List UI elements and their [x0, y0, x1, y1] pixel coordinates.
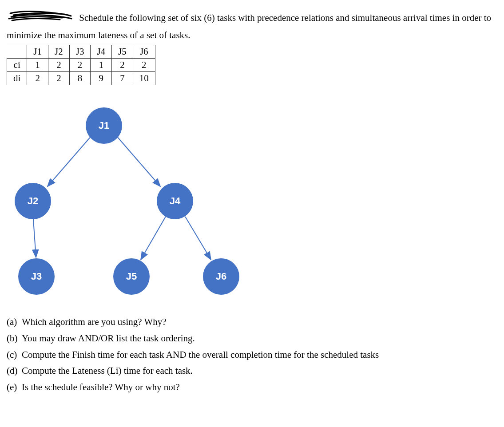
- node-j5: J5: [113, 258, 150, 295]
- cell: 7: [112, 72, 133, 85]
- question-text: Compute the Finish time for each task AN…: [22, 347, 379, 363]
- cell: 2: [48, 59, 70, 72]
- table-header-j4: J4: [91, 45, 112, 59]
- node-label: J6: [216, 271, 226, 282]
- node-label: J5: [126, 271, 137, 282]
- node-j4: J4: [157, 183, 193, 219]
- cell: 2: [27, 72, 48, 85]
- question-text: You may draw AND/OR list the task orderi…: [22, 330, 195, 347]
- table-header-j3: J3: [69, 45, 91, 59]
- row-label-ci: ci: [7, 59, 27, 72]
- node-j6: J6: [203, 258, 239, 295]
- question-label: (c): [7, 347, 22, 363]
- intro-paragraph: Schedule the following set of six (6) ta…: [7, 9, 497, 42]
- cell: 9: [91, 72, 112, 85]
- svg-line-1: [48, 136, 91, 186]
- precedence-diagram: J1 J2 J4 J3 J5 J6: [7, 99, 255, 303]
- scribble-mark: [7, 9, 73, 28]
- table-row-di: di 2 2 8 9 7 10: [7, 72, 155, 85]
- table-header-blank: [7, 45, 27, 59]
- node-label: J2: [28, 195, 38, 207]
- table-header-j2: J2: [48, 45, 70, 59]
- question-label: (b): [7, 330, 22, 347]
- question-label: (e): [7, 379, 22, 395]
- node-j1: J1: [86, 107, 122, 144]
- svg-line-2: [117, 136, 160, 186]
- cell: 2: [48, 72, 70, 85]
- cell: 2: [133, 59, 155, 72]
- question-text: Compute the Lateness (Li) time for each …: [22, 363, 193, 379]
- question-a: (a) Which algorithm are you using? Why?: [7, 314, 497, 330]
- node-label: J4: [170, 195, 180, 207]
- cell: 2: [69, 59, 91, 72]
- table-header-j5: J5: [112, 45, 133, 59]
- node-j3: J3: [18, 258, 55, 295]
- question-d: (d) Compute the Lateness (Li) time for e…: [7, 363, 497, 379]
- cell: 1: [27, 59, 48, 72]
- question-c: (c) Compute the Finish time for each tas…: [7, 347, 497, 363]
- cell: 8: [69, 72, 91, 85]
- table-header-j1: J1: [27, 45, 48, 59]
- question-label: (d): [7, 363, 22, 379]
- svg-line-5: [185, 217, 211, 260]
- row-label-di: di: [7, 72, 27, 85]
- question-e: (e) Is the schedule feasible? Why or why…: [7, 379, 497, 395]
- node-j2: J2: [15, 183, 51, 219]
- question-text: Which algorithm are you using? Why?: [22, 314, 167, 330]
- node-label: J1: [99, 120, 109, 131]
- svg-line-3: [33, 219, 36, 257]
- question-text: Is the schedule feasible? Why or why not…: [22, 379, 180, 395]
- questions-list: (a) Which algorithm are you using? Why? …: [7, 314, 497, 395]
- table-header-row: J1 J2 J3 J4 J5 J6: [7, 45, 155, 59]
- cell: 2: [112, 59, 133, 72]
- intro-text: Schedule the following set of six (6) ta…: [7, 12, 491, 40]
- cell: 1: [91, 59, 112, 72]
- table-header-j6: J6: [133, 45, 155, 59]
- table-row-ci: ci 1 2 2 1 2 2: [7, 59, 155, 72]
- task-table: J1 J2 J3 J4 J5 J6 ci 1 2 2 1 2 2 di 2 2 …: [7, 45, 155, 85]
- question-label: (a): [7, 314, 22, 330]
- cell: 10: [133, 72, 155, 85]
- question-b: (b) You may draw AND/OR list the task or…: [7, 330, 497, 347]
- svg-line-4: [141, 217, 166, 260]
- node-label: J3: [31, 271, 42, 282]
